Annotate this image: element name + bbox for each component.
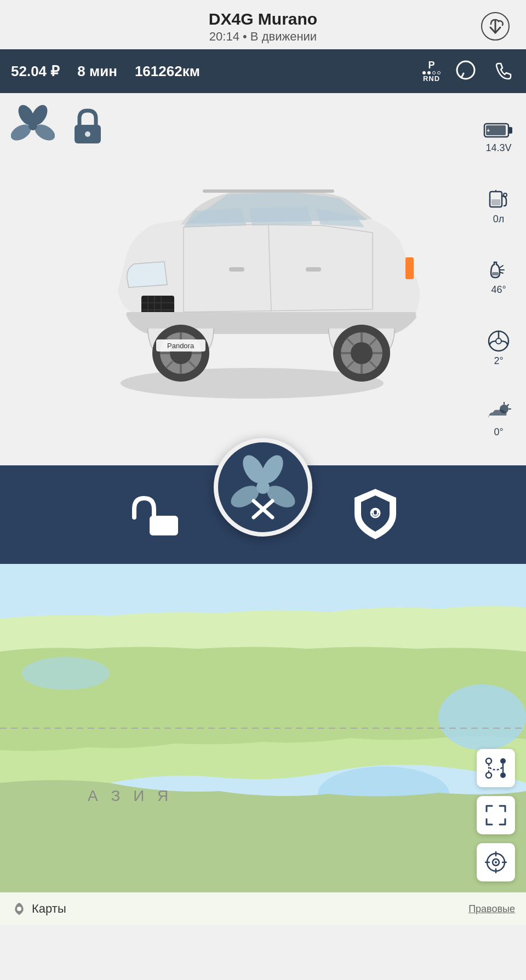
fan-toggle-button[interactable] (214, 438, 312, 537)
cloud-download-button[interactable] (481, 12, 510, 41)
gear-indicator: P RND (422, 60, 441, 83)
expand-map-button[interactable] (477, 796, 515, 834)
fan-status-icon (11, 104, 55, 148)
svg-rect-62 (150, 516, 178, 535)
svg-line-24 (507, 405, 508, 406)
svg-rect-11 (508, 127, 512, 134)
gear-sub: RND (423, 74, 440, 83)
distance-display: 161262км (135, 63, 200, 80)
lock-status-icon (66, 104, 110, 148)
car-section: + 14.3V 0л 46° (0, 93, 526, 465)
svg-point-73 (22, 657, 110, 690)
svg-point-7 (28, 122, 37, 130)
svg-point-77 (486, 758, 491, 764)
svg-text:Pandora: Pandora (167, 342, 195, 350)
svg-rect-15 (491, 199, 500, 205)
apple-maps-label: Карты (32, 902, 66, 916)
svg-point-79 (486, 773, 491, 778)
svg-point-78 (500, 758, 506, 764)
gear-letter: P (428, 60, 434, 70)
outside-temp: 0° (494, 426, 503, 438)
car-status: 20:14 • В движении (0, 30, 526, 44)
time-display: 8 мин (77, 63, 117, 80)
svg-point-2 (457, 61, 474, 79)
map-footer: Карты Правовые (0, 892, 526, 925)
car-title: DX4G Murano (0, 10, 526, 28)
svg-rect-61 (306, 267, 321, 272)
fuel-stat: 0л (487, 187, 511, 225)
svg-point-9 (85, 131, 90, 137)
phone-button[interactable] (491, 59, 515, 83)
steering-angle: 2° (494, 355, 503, 367)
svg-point-75 (438, 684, 526, 750)
battery-stat: + 14.3V (483, 120, 514, 154)
map-controls (477, 749, 515, 881)
unlock-button[interactable] (123, 487, 189, 542)
car-image: Pandora (77, 148, 449, 411)
action-bar (0, 465, 526, 564)
svg-point-67 (256, 481, 270, 494)
chat-button[interactable] (454, 59, 478, 83)
svg-rect-18 (492, 272, 499, 275)
right-stats-panel: + 14.3V 0л 46° (471, 93, 526, 465)
svg-point-17 (504, 193, 507, 197)
status-bar: 52.04 ₽ 8 мин 161262км P RND (0, 49, 526, 93)
app-header: DX4G Murano 20:14 • В движении (0, 0, 526, 49)
fuel-level: 0л (493, 214, 505, 225)
top-left-controls (11, 104, 110, 148)
svg-text:+: + (487, 127, 490, 134)
map-section[interactable]: А З И Я (0, 564, 526, 925)
legal-link[interactable]: Правовые (468, 903, 515, 915)
battery-voltage: 14.3V (485, 142, 511, 154)
steering-stat: 2° (487, 329, 511, 367)
price-display: 52.04 ₽ (11, 63, 60, 80)
weather-stat: 0° (484, 400, 513, 438)
apple-maps-logo: Карты (11, 901, 66, 917)
engine-temp-stat: 46° (487, 258, 511, 296)
svg-point-48 (351, 342, 373, 364)
svg-rect-27 (203, 189, 334, 193)
svg-point-80 (500, 773, 506, 778)
status-icons: P RND (422, 59, 515, 83)
route-button[interactable] (477, 749, 515, 787)
svg-rect-60 (229, 267, 244, 272)
map-region-label: А З И Я (88, 787, 173, 805)
svg-point-20 (496, 338, 501, 344)
svg-point-85 (495, 861, 497, 863)
svg-rect-34 (405, 257, 414, 279)
svg-point-90 (17, 907, 21, 911)
shield-button[interactable] (348, 485, 403, 545)
engine-temp: 46° (491, 284, 506, 296)
gps-button[interactable] (477, 843, 515, 881)
